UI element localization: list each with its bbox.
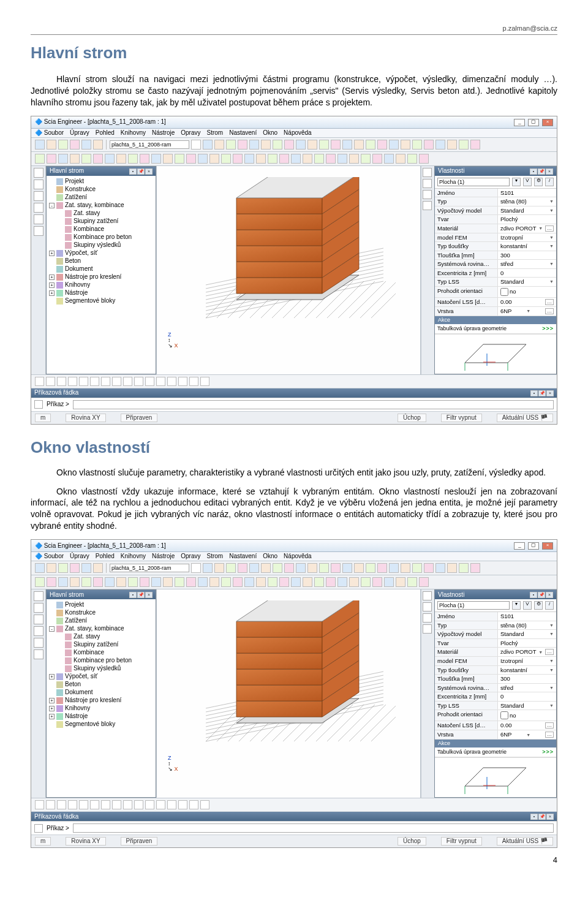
panel-button[interactable]: 📌: [538, 390, 546, 396]
toolbar-button[interactable]: [459, 563, 469, 573]
toolbar-button[interactable]: [238, 140, 247, 150]
panel-button[interactable]: ▪: [129, 168, 137, 175]
toolbar-button[interactable]: [214, 140, 224, 150]
tree-node[interactable]: Skupiny zatížení: [49, 641, 153, 649]
rail-button[interactable]: [34, 226, 43, 236]
toolbar-button[interactable]: [93, 577, 103, 587]
toolbar-button[interactable]: [268, 577, 277, 587]
toolbar-button[interactable]: [123, 377, 132, 386]
toolbar-button[interactable]: [46, 377, 55, 386]
tree-expand-icon[interactable]: -: [49, 203, 55, 208]
menu-item[interactable]: Nástroje: [152, 129, 175, 136]
toolbar-button[interactable]: [261, 140, 271, 150]
toolbar-button[interactable]: [156, 800, 165, 809]
toolbar-button[interactable]: [244, 154, 254, 164]
prop-tool-button[interactable]: /: [545, 601, 554, 610]
toolbar-button[interactable]: [35, 140, 45, 150]
toolbar-button[interactable]: [58, 563, 68, 573]
property-value[interactable]: zdivo POROT▼…: [498, 224, 556, 233]
property-checkbox[interactable]: [500, 288, 508, 296]
tree-node[interactable]: Skupiny výsledků: [49, 665, 153, 673]
property-value[interactable]: 6NP▼…: [498, 307, 556, 316]
panel-button[interactable]: 📌: [538, 814, 546, 820]
status-ucs[interactable]: Aktuální USS 🏴: [497, 414, 553, 422]
rail-button[interactable]: [34, 591, 43, 601]
maximize-button[interactable]: ▢: [528, 542, 539, 550]
ellipsis-button[interactable]: …: [545, 299, 554, 305]
property-value[interactable]: stěna (80)▼: [498, 197, 556, 206]
toolbar-button[interactable]: [349, 577, 359, 587]
toolbar-button[interactable]: [70, 154, 80, 164]
tree-expand-icon[interactable]: +: [49, 274, 55, 280]
toolbar-button[interactable]: [412, 563, 422, 573]
toolbar-button[interactable]: [470, 563, 480, 573]
property-value[interactable]: 0: [498, 692, 556, 701]
tree-node[interactable]: Zatížení: [49, 194, 153, 202]
toolbar-button[interactable]: [226, 563, 236, 573]
toolbar-button[interactable]: [209, 577, 219, 587]
tree-node[interactable]: +Výpočet, síť: [49, 249, 153, 257]
property-value[interactable]: no: [498, 287, 556, 297]
toolbar-button[interactable]: [337, 577, 347, 587]
menu-item[interactable]: Nastavení: [229, 553, 257, 559]
tree-node[interactable]: Zat. stavy: [49, 210, 153, 218]
tree-node[interactable]: +Knihovny: [49, 281, 153, 289]
dropdown-icon[interactable]: ▼: [549, 659, 554, 663]
toolbar-button[interactable]: [105, 154, 115, 164]
dropdown-icon[interactable]: ▼: [549, 632, 554, 636]
menu-item[interactable]: Strom: [206, 129, 223, 136]
toolbar-button[interactable]: [314, 154, 324, 164]
toolbar-button[interactable]: [175, 154, 184, 164]
tree-node[interactable]: Kombinace pro beton: [49, 657, 153, 665]
command-icon[interactable]: [34, 400, 43, 409]
minimize-button[interactable]: _: [514, 542, 525, 550]
rail-button[interactable]: [34, 603, 43, 613]
toolbar-button[interactable]: [326, 577, 336, 587]
toolbar-button[interactable]: [105, 577, 115, 587]
tree-node[interactable]: -Zat. stavy, kombinace: [49, 202, 153, 210]
rail-button[interactable]: [423, 602, 432, 611]
toolbar-button[interactable]: [189, 800, 198, 809]
toolbar-button[interactable]: [435, 140, 445, 150]
properties-selector[interactable]: [437, 601, 510, 610]
toolbar-button[interactable]: [326, 154, 336, 164]
toolbar-button[interactable]: [167, 377, 176, 386]
toolbar-button[interactable]: [70, 140, 80, 150]
toolbar-button[interactable]: [47, 563, 56, 573]
dropdown-icon[interactable]: ▼: [526, 733, 530, 737]
command-input[interactable]: [73, 400, 554, 409]
tree-node[interactable]: +Knihovny: [49, 705, 153, 713]
toolbar-button[interactable]: [79, 800, 88, 809]
toolbar-button[interactable]: [296, 140, 306, 150]
toolbar-button[interactable]: [273, 563, 282, 573]
toolbar-file-field[interactable]: [110, 140, 189, 149]
toolbar-button[interactable]: [221, 154, 231, 164]
toolbar-button[interactable]: [249, 140, 259, 150]
tree-expand-icon[interactable]: +: [49, 282, 55, 288]
toolbar-button[interactable]: [163, 154, 173, 164]
toolbar-button[interactable]: [101, 800, 110, 809]
toolbar-button[interactable]: [57, 377, 66, 386]
toolbar-button[interactable]: [189, 377, 198, 386]
dropdown-icon[interactable]: ▼: [549, 623, 554, 627]
menu-item[interactable]: Úpravy: [70, 129, 89, 136]
toolbar-button[interactable]: [291, 577, 301, 587]
property-value[interactable]: 300: [498, 675, 556, 683]
toolbar-button[interactable]: [178, 377, 187, 386]
menu-item[interactable]: Pohled: [96, 553, 115, 559]
property-value[interactable]: 300: [498, 251, 556, 260]
toolbar-button[interactable]: [79, 377, 88, 386]
tree-node[interactable]: Segmentové bloky: [49, 297, 153, 305]
toolbar-button[interactable]: [35, 563, 45, 573]
rail-button[interactable]: [34, 638, 43, 648]
toolbar-button[interactable]: [396, 154, 405, 164]
toolbar-button[interactable]: [93, 154, 103, 164]
dropdown-icon[interactable]: ▼: [538, 226, 543, 230]
property-value[interactable]: střed▼: [498, 260, 556, 268]
toolbar-button[interactable]: [284, 140, 294, 150]
toolbar-button[interactable]: [396, 577, 405, 587]
toolbar-button[interactable]: [68, 377, 77, 386]
panel-close-icon[interactable]: ×: [546, 592, 553, 598]
menu-item[interactable]: Nástroje: [152, 553, 175, 559]
toolbar-button[interactable]: [58, 577, 68, 587]
